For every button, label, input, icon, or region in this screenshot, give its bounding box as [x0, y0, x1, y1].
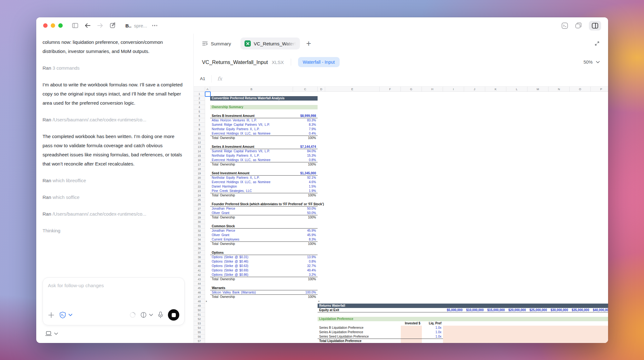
sheet-cell[interactable]: Total Ownership — [210, 162, 293, 167]
sheet-cell[interactable] — [401, 334, 422, 339]
sheet-cell[interactable]: Pine Creek Strategies, LLC — [210, 189, 293, 193]
sheet-cell[interactable]: $1,345,000 — [293, 171, 318, 176]
column-header[interactable]: A — [205, 87, 210, 92]
row-header[interactable]: 42 — [194, 273, 205, 277]
row-header[interactable]: 21 — [194, 180, 205, 184]
sheet-cell[interactable]: 49.4% — [293, 268, 318, 273]
row-header[interactable]: 37 — [194, 251, 205, 255]
sheet-cell[interactable]: 83.3% — [293, 118, 318, 123]
sheet-cell[interactable]: Series B Liquidation Preference — [318, 326, 380, 330]
row-header[interactable]: 40 — [194, 264, 205, 268]
sheet-cell[interactable]: 0.8% — [293, 158, 318, 162]
model-reasoning-control[interactable] — [140, 312, 153, 318]
sheet-cell[interactable]: Total Ownership — [210, 136, 293, 140]
sheet-cell[interactable]: x — [205, 299, 210, 304]
sheet-cell[interactable] — [380, 334, 401, 339]
row-header[interactable]: 52 — [194, 317, 205, 321]
sheet-cell[interactable]: Northstar Equity Partners X, L.P. — [210, 176, 293, 180]
zoom-control[interactable]: 50% — [584, 60, 600, 65]
sheet-cell[interactable]: Seed Investment Amount — [210, 171, 293, 176]
column-header[interactable]: C — [293, 87, 318, 92]
row-header[interactable]: 48 — [194, 299, 205, 304]
row-header[interactable]: 36 — [194, 246, 205, 251]
sheet-cell[interactable]: Series A Liquidation Preference — [318, 330, 380, 334]
row-header[interactable]: 11 — [194, 136, 205, 140]
more-icon[interactable] — [152, 25, 158, 26]
sheet-cell[interactable]: Founder Preferred Stock (which abbreviat… — [210, 202, 318, 206]
ran-command-row[interactable]: Ran 3 commands — [43, 63, 185, 73]
row-header[interactable]: 23 — [194, 189, 205, 193]
column-header[interactable]: M — [527, 87, 549, 92]
followup-input[interactable] — [48, 283, 179, 288]
ran-command-row[interactable]: Ran which libreoffice — [43, 176, 185, 185]
row-header[interactable]: 43 — [194, 277, 205, 282]
row-header[interactable]: 34 — [194, 237, 205, 242]
sheet-cell[interactable]: Total Ownership — [210, 277, 293, 282]
row-header[interactable]: 3 — [194, 101, 205, 105]
back-icon[interactable] — [84, 23, 91, 28]
sheet-cell[interactable]: 100% — [293, 215, 318, 220]
row-header[interactable]: 46 — [194, 290, 205, 295]
sheet-cell[interactable]: 1.9% — [293, 189, 318, 193]
row-header[interactable]: 2 — [194, 96, 205, 101]
row-header[interactable]: 33 — [194, 233, 205, 237]
row-header[interactable]: 12 — [194, 140, 205, 145]
sheet-cell[interactable] — [401, 339, 422, 343]
row-header[interactable]: 38 — [194, 255, 205, 259]
column-header[interactable]: E — [325, 87, 380, 92]
row-header[interactable]: 15 — [194, 154, 205, 158]
sheet-cell[interactable]: 3.2% — [293, 273, 318, 277]
row-header[interactable]: 25 — [194, 198, 205, 202]
sheet-cell[interactable]: $40,000,000 — [591, 308, 608, 312]
sheet-cell[interactable]: Current Employees — [210, 237, 293, 242]
row-header[interactable]: 31 — [194, 224, 205, 229]
sheet-cell[interactable]: 8.3% — [293, 237, 318, 242]
sheet-cell[interactable]: 0.4% — [293, 131, 318, 136]
sheet-cell[interactable]: 4.6% — [293, 180, 318, 184]
row-header[interactable]: 9 — [194, 127, 205, 131]
sheet-cell[interactable]: 45.9% — [293, 229, 318, 233]
sheet-cell[interactable]: 32.7% — [293, 264, 318, 268]
sheet-cell[interactable]: 45.9% — [293, 233, 318, 237]
sheet-cell[interactable]: Options — [210, 251, 293, 255]
column-header[interactable]: B — [210, 87, 293, 92]
row-header[interactable]: 54 — [194, 326, 205, 330]
tab-summary[interactable]: Summary — [202, 41, 231, 46]
row-header[interactable]: 13 — [194, 145, 205, 149]
row-header[interactable]: 1 — [194, 92, 205, 96]
stop-button[interactable] — [168, 309, 179, 321]
sheet-cell[interactable]: 50.0% — [293, 211, 318, 215]
sheet-cell[interactable] — [401, 330, 422, 334]
tab-workbook[interactable]: VC_Returns_Waterf — [240, 38, 300, 49]
sheet-cell[interactable]: Summit Ridge Capital Partners VII, L.P. — [210, 149, 293, 154]
sheet-cell[interactable]: Series B Investment Amount — [210, 114, 293, 118]
attach-plus-icon[interactable] — [48, 312, 55, 318]
sheet-cell[interactable]: Oliver Grant — [210, 233, 293, 237]
sheet-cell[interactable]: Evercrest Holdings IX LLC, as Nominee — [210, 158, 293, 162]
row-header[interactable]: 17 — [194, 162, 205, 167]
sheet-cell[interactable]: 100% — [293, 242, 318, 246]
sheet-cell[interactable]: Warrants — [210, 286, 293, 290]
sheet-cell[interactable]: 50.0% — [293, 206, 318, 211]
minimize-window-button[interactable] — [51, 23, 55, 28]
row-header[interactable]: 41 — [194, 268, 205, 273]
row-header[interactable]: 55 — [194, 330, 205, 334]
sheet-cell[interactable]: Total Ownership — [210, 215, 293, 220]
sheet-cell[interactable]: Jonathan Pierce — [210, 206, 293, 211]
sheet-cell[interactable]: 100% — [293, 277, 318, 282]
sheet-cell[interactable]: Equity at Exit — [318, 308, 380, 312]
sheet-cell[interactable]: Options (Strike @ $0.86) — [210, 273, 293, 277]
sheet-cell[interactable]: $35,000,000 — [570, 308, 591, 312]
column-header[interactable]: D — [318, 87, 325, 92]
sheet-cell[interactable]: Daniel Harrington — [210, 184, 293, 189]
sheet-cell[interactable]: Invested $ — [401, 321, 422, 326]
column-header[interactable]: J — [464, 87, 485, 92]
sheet-cell[interactable]: Evercrest Holdings IX LLC, as Nominee — [210, 180, 293, 184]
sheet-cell[interactable]: Options (Strike @ $0.63) — [210, 264, 293, 268]
environment-selector[interactable] — [43, 325, 185, 338]
sheet-cell[interactable]: Options (Strike @ $0.46) — [210, 259, 293, 264]
column-header[interactable]: O — [570, 87, 591, 92]
column-header[interactable]: N — [549, 87, 570, 92]
sheet-cell[interactable]: 100% — [293, 295, 318, 299]
sheet-cell[interactable]: Atlas Horizon Ventures III, L.P. — [210, 118, 293, 123]
